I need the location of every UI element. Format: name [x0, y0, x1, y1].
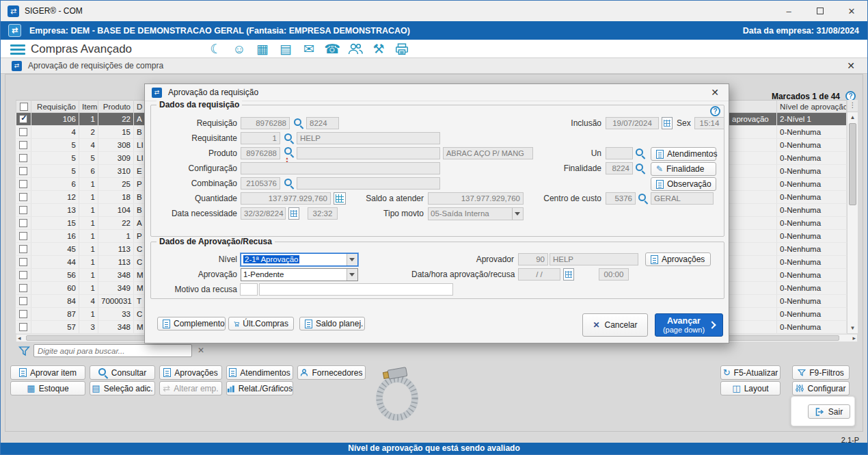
un-label: Un — [533, 148, 601, 158]
vertical-scrollbar[interactable]: ⋮ ▲ ▼ — [847, 100, 858, 333]
header-nivel[interactable]: Nível de aprovação — [777, 101, 847, 113]
scroll-down-icon[interactable]: ▼ — [847, 323, 858, 333]
cell-nivel: 0-Nenhuma — [777, 217, 847, 230]
configurar-button[interactable]: Configurar — [792, 381, 850, 395]
aprovacoes-dialog-button[interactable]: Aprovações — [645, 252, 711, 266]
row-checkbox[interactable] — [19, 115, 27, 123]
aprovar-item-button[interactable]: Aprovar item — [10, 365, 85, 380]
row-checkbox[interactable] — [19, 323, 27, 331]
avancar-button[interactable]: Avançar(page down) — [655, 313, 723, 337]
search-input[interactable] — [33, 344, 192, 357]
row-checkbox[interactable] — [19, 232, 27, 240]
quantity-grid-icon[interactable] — [334, 192, 346, 205]
selecao-adic-button[interactable]: ▤Seleção adic. — [90, 381, 155, 395]
layout-button[interactable]: ◫Layout — [720, 381, 781, 395]
moon-icon[interactable]: ☾ — [206, 41, 226, 57]
clear-search-icon[interactable]: ✕ — [198, 346, 204, 355]
row-checkbox[interactable] — [19, 219, 27, 227]
smiley-icon[interactable]: ☺ — [230, 41, 249, 57]
atendimentos-button[interactable]: Atendimentos — [226, 365, 293, 380]
header-situacao[interactable] — [729, 101, 777, 113]
header-produto[interactable]: Produto — [98, 101, 134, 113]
un-field — [606, 147, 633, 159]
row-checkbox[interactable] — [19, 154, 27, 162]
relat-graficos-button[interactable]: Relat./Gráficos — [226, 381, 293, 395]
mail-icon[interactable]: ✉ — [299, 41, 318, 57]
screen-close-icon[interactable]: ✕ — [847, 60, 855, 71]
row-checkbox[interactable] — [19, 245, 27, 253]
finalidade-search-icon[interactable] — [636, 164, 645, 173]
filter-funnel-icon — [18, 346, 30, 357]
chevron-down-icon[interactable] — [347, 254, 357, 265]
report-icon[interactable]: ▤ — [276, 41, 295, 57]
finalidade-button[interactable]: ✎Finalidade — [651, 162, 716, 176]
scrollbar-thumb[interactable] — [849, 123, 856, 205]
chevron-down-icon[interactable] — [347, 269, 357, 281]
requisicao-search-icon[interactable] — [294, 118, 303, 128]
estoque-button[interactable]: ▦Estoque — [10, 381, 85, 395]
requisitante-search-icon[interactable] — [284, 133, 294, 143]
motivo-code-field[interactable] — [240, 283, 258, 296]
maximize-button[interactable] — [804, 1, 836, 21]
tools-icon[interactable]: ⚒ — [369, 41, 388, 57]
person-icon — [300, 368, 308, 377]
scroll-right-icon[interactable]: ▸ — [852, 335, 856, 342]
data-necessidade-calendar-icon[interactable] — [288, 207, 299, 220]
complement-icon — [163, 320, 170, 328]
cell-produto: 349 — [98, 282, 134, 295]
un-search-icon[interactable] — [636, 148, 645, 158]
minimize-button[interactable]: – — [773, 1, 804, 21]
select-all-checkbox[interactable] — [20, 103, 28, 111]
cancelar-button[interactable]: ✕Cancelar — [582, 313, 648, 337]
f5-atualizar-button[interactable]: ↻F5-Atualizar — [720, 365, 781, 380]
scroll-up-icon[interactable]: ▲ — [847, 112, 858, 122]
aprovacao-select[interactable]: 1-Pendente — [241, 268, 358, 281]
combinacao-search-icon[interactable] — [284, 179, 294, 188]
row-checkbox[interactable] — [19, 193, 27, 201]
aprovacoes-button[interactable]: Aprovações — [159, 365, 222, 380]
dialog-close-icon[interactable]: ✕ — [711, 87, 719, 98]
header-requisicao[interactable]: Requisição — [31, 101, 79, 113]
row-checkbox[interactable] — [19, 167, 27, 175]
complemento-button[interactable]: Complemento — [157, 317, 226, 330]
column-options-icon[interactable]: ⋮ — [847, 100, 858, 112]
printer-icon[interactable] — [392, 41, 411, 57]
phone-icon[interactable]: ☎ — [323, 41, 342, 57]
datahora-label: Data/hora aprovação/recusa — [411, 270, 514, 279]
produto-search-icon[interactable] — [284, 147, 294, 157]
cell-item: 1 — [79, 204, 98, 217]
consultar-button[interactable]: Consultar — [90, 365, 155, 380]
row-checkbox[interactable] — [19, 258, 27, 266]
row-checkbox[interactable] — [19, 310, 27, 318]
saldo-planej-button[interactable]: Saldo planej. — [299, 317, 365, 330]
row-checkbox[interactable] — [19, 206, 27, 214]
cell-produto: 1 — [98, 230, 134, 243]
header-item[interactable]: Item — [79, 101, 98, 113]
observacao-button[interactable]: Observação — [651, 177, 716, 191]
cell-produto: 310 — [98, 165, 134, 178]
fornecedores-button[interactable]: Fornecedores — [297, 365, 366, 380]
attendance-icon — [656, 150, 664, 159]
close-button[interactable]: ✕ — [836, 1, 867, 21]
scroll-left-icon[interactable]: ◂ — [18, 335, 21, 342]
row-checkbox[interactable] — [19, 271, 27, 279]
row-checkbox[interactable] — [19, 180, 27, 188]
nivel-select[interactable]: 2-1ª Aprovação — [241, 253, 358, 266]
cell-produto: 348 — [98, 321, 134, 334]
datahora-calendar-icon[interactable] — [563, 268, 574, 281]
centro-custo-search-icon[interactable] — [638, 194, 648, 203]
row-checkbox[interactable] — [19, 141, 27, 149]
users-icon[interactable] — [346, 41, 365, 57]
motivo-text-field[interactable] — [259, 283, 453, 296]
row-checkbox[interactable] — [19, 297, 27, 305]
inclusao-calendar-icon[interactable] — [662, 117, 673, 129]
sair-button[interactable]: Sair — [808, 404, 850, 419]
ult-compras-button[interactable]: Últ.Compras — [228, 317, 294, 330]
row-checkbox[interactable] — [19, 284, 27, 292]
menu-hamburger-icon[interactable] — [10, 44, 25, 57]
row-checkbox[interactable] — [19, 128, 27, 136]
f9-filtros-button[interactable]: F9-Filtros — [792, 365, 850, 380]
atendimentos-dialog-button[interactable]: Atendimentos — [651, 147, 716, 161]
cell-situacao — [729, 126, 777, 139]
calculator-icon[interactable]: ▦ — [253, 41, 272, 57]
